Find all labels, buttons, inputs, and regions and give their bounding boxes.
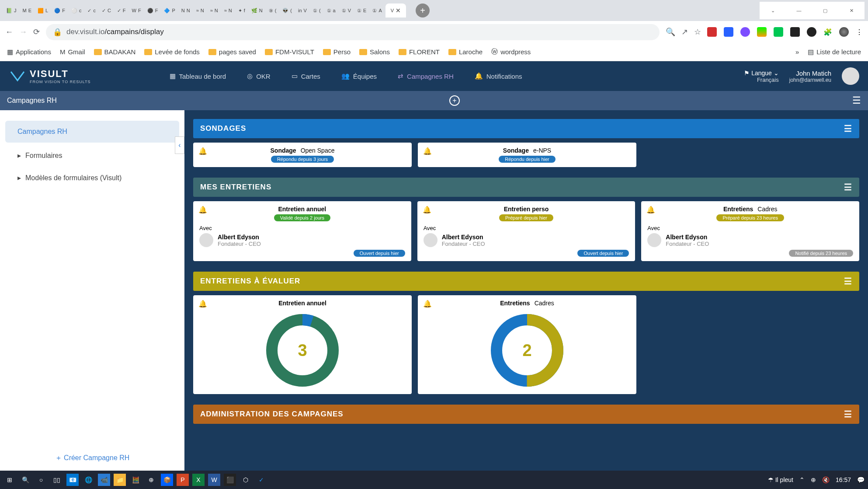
taskbar-app[interactable]: 📦 [161,474,173,486]
browser-tab[interactable]: ✓ C [99,6,114,15]
extensions-icon[interactable]: 🧩 [823,28,832,36]
star-icon[interactable]: ☆ [694,27,701,37]
bookmark-item[interactable]: pages saved [208,48,256,56]
browser-tab[interactable]: ≈ N [222,6,235,15]
taskbar-app[interactable]: X [192,474,205,486]
browser-tab[interactable]: 🌿 N [249,6,265,15]
browser-tab[interactable]: 🔷 P [161,6,177,15]
bookmark-item[interactable]: Laroche [448,48,483,56]
browser-tab[interactable]: ✓ c [85,6,98,15]
reload-button[interactable]: ⟳ [33,27,40,37]
window-close[interactable]: ✕ [838,2,865,19]
search-button[interactable]: 🔍 [19,474,31,486]
taskbar-app[interactable]: ✓ [255,474,267,486]
browser-tab[interactable]: ≈ N [208,6,221,15]
nav-dashboard[interactable]: ▦Tableau de bord [170,72,226,80]
browser-tab[interactable]: M E [20,6,35,15]
taskbar-app[interactable]: 📧 [66,474,79,486]
taskbar-app[interactable]: W [208,474,220,486]
browser-tab[interactable]: 👽 ( [280,6,295,15]
profile-icon[interactable] [839,27,849,37]
bookmark-item[interactable]: FLORENT [399,48,440,56]
bookmark-item[interactable]: M Gmail [60,48,85,56]
browser-tab[interactable]: ① a [324,6,338,15]
bookmark-item[interactable]: ⓦ wordpress [491,48,531,56]
start-button[interactable]: ⊞ [3,474,16,486]
reading-list[interactable]: ▤ Liste de lecture [808,48,861,56]
browser-tab[interactable]: 🟧 L [35,6,51,15]
bookmark-item[interactable]: FDM-VISULT [265,48,314,56]
ext-icon[interactable] [707,27,717,37]
browser-tab[interactable]: 🔵 F [52,6,68,15]
ext-icon[interactable] [807,27,816,37]
taskbar-app[interactable]: 📹 [98,474,110,486]
nav-okr[interactable]: ◎OKR [247,72,271,80]
new-tab-button[interactable]: + [416,3,430,17]
sondage-card[interactable]: 🔔 SondageOpen Space Répondu depuis 3 jou… [193,143,412,167]
taskbar-app[interactable]: ⬛ [224,474,236,486]
browser-tab[interactable]: in V [295,6,309,15]
weather-widget[interactable]: ☂ Il pleut [768,476,793,483]
browser-tab[interactable]: ≈ N [194,6,207,15]
browser-tab[interactable]: ⚪ c [69,6,84,15]
ext-icon[interactable] [724,27,733,37]
nav-teams[interactable]: 👥Équipes [341,72,377,80]
taskview-button[interactable]: ▯▯ [51,474,63,486]
cortana-button[interactable]: ○ [35,474,47,486]
sidebar-collapse[interactable]: ‹ [175,136,184,154]
menu-icon[interactable]: ⋮ [856,28,863,36]
url-input[interactable]: 🔒 dev.visult.io/campains/display [46,24,660,40]
clock[interactable]: 16:57 [836,476,851,483]
tray-icon[interactable]: ⊕ [811,476,816,483]
bookmark-item[interactable]: BADAKAN [94,48,136,56]
browser-tab[interactable]: ① A [370,6,384,15]
browser-tab[interactable]: ① V [339,6,354,15]
sondage-card[interactable]: 🔔 Sondagee-NPS Répondu depuis hier [418,143,636,167]
ext-icon[interactable] [774,27,783,37]
sidebar-item-campaigns[interactable]: Campagnes RH [5,121,179,143]
menu-icon[interactable]: ☰ [844,409,852,419]
menu-icon[interactable]: ☰ [844,123,852,134]
nav-cards[interactable]: ▭Cartes [292,72,320,80]
sidebar-item-forms[interactable]: ▸Formulaires [0,144,184,167]
user-info[interactable]: John Matich john@darnwell.eu [789,70,831,83]
tray-chevron[interactable]: ⌃ [799,476,805,483]
browser-tab[interactable]: ① ( [310,6,323,15]
entretien-card[interactable]: 🔔 Entretien perso Préparé depuis hier Av… [417,201,635,261]
menu-icon[interactable]: ☰ [844,182,852,192]
share-icon[interactable]: ↗ [681,27,688,37]
entretien-card[interactable]: 🔔 EntretiensCadres Préparé depuis 23 heu… [641,201,859,261]
apps-button[interactable]: ▦ Applications [7,48,51,56]
window-dropdown[interactable]: ⌄ [760,2,786,19]
logo[interactable]: VISULT FROM VISION TO RESULTS [9,68,91,84]
close-icon[interactable]: ✕ [396,7,401,14]
create-campaign-button[interactable]: ＋ Créer Campagne RH [0,446,184,471]
volume-icon[interactable]: 🔇 [822,476,830,483]
eval-card[interactable]: 🔔 Entretien annuel 3 [193,295,412,394]
taskbar-app[interactable]: 🧮 [129,474,142,486]
back-button[interactable]: ← [5,28,13,37]
taskbar-app[interactable]: ⊕ [145,474,157,486]
sidebar-item-templates[interactable]: ▸Modèles de formulaires (Visult) [0,167,184,189]
menu-icon[interactable]: ☰ [852,95,861,106]
browser-tab[interactable]: ⑨ ( [266,6,279,15]
bookmark-item[interactable]: Perso [323,48,351,56]
entretien-card[interactable]: 🔔 Entretien annuel Validé depuis 2 jours… [193,201,411,261]
window-maximize[interactable]: ▢ [812,2,838,19]
forward-button[interactable]: → [19,28,27,37]
taskbar-app[interactable]: 📁 [114,474,126,486]
browser-tab[interactable]: N N [179,6,193,15]
bookmark-item[interactable]: Salons [359,48,390,56]
zoom-icon[interactable]: 🔍 [666,27,675,37]
browser-tab[interactable]: ✓ F [115,6,128,15]
browser-tab-active[interactable]: V ✕ [385,3,406,17]
ext-icon[interactable] [757,27,767,37]
add-button[interactable]: + [449,95,460,106]
taskbar-app[interactable]: P [177,474,189,486]
browser-tab[interactable]: ① E [354,6,369,15]
eval-card[interactable]: 🔔 EntretiensCadres 2 [418,295,636,394]
notification-icon[interactable]: 💬 [857,476,865,483]
nav-notifications[interactable]: 🔔Notifications [475,72,522,80]
nav-campaigns[interactable]: ⇄Campagnes RH [398,72,454,80]
taskbar-app[interactable]: 🌐 [82,474,94,486]
